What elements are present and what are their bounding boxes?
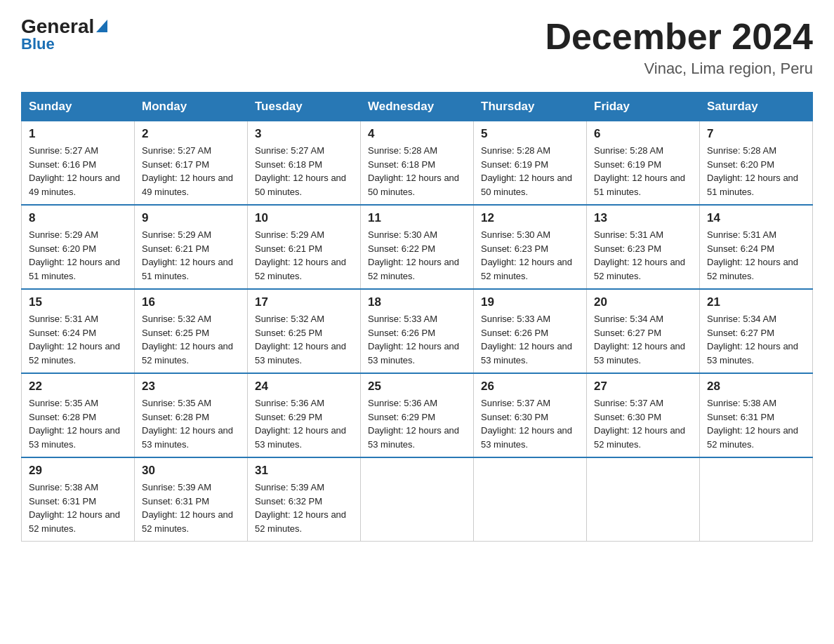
day-number: 19: [481, 295, 579, 309]
table-row: 23 Sunrise: 5:35 AMSunset: 6:28 PMDaylig…: [135, 373, 248, 457]
logo-blue: Blue: [21, 35, 55, 53]
day-number: 16: [142, 295, 240, 309]
table-row: 22 Sunrise: 5:35 AMSunset: 6:28 PMDaylig…: [22, 373, 135, 457]
day-info: Sunrise: 5:28 AMSunset: 6:19 PMDaylight:…: [481, 145, 572, 197]
table-row: 7 Sunrise: 5:28 AMSunset: 6:20 PMDayligh…: [700, 121, 813, 206]
day-info: Sunrise: 5:34 AMSunset: 6:27 PMDaylight:…: [594, 314, 685, 365]
day-info: Sunrise: 5:28 AMSunset: 6:18 PMDaylight:…: [368, 145, 459, 197]
table-row: 8 Sunrise: 5:29 AMSunset: 6:20 PMDayligh…: [22, 205, 135, 289]
table-row: 12 Sunrise: 5:30 AMSunset: 6:23 PMDaylig…: [474, 205, 587, 289]
day-info: Sunrise: 5:38 AMSunset: 6:31 PMDaylight:…: [707, 398, 798, 450]
day-number: 18: [368, 295, 466, 309]
table-row: [361, 457, 474, 542]
day-number: 20: [594, 295, 692, 309]
table-row: 6 Sunrise: 5:28 AMSunset: 6:19 PMDayligh…: [587, 121, 700, 206]
table-row: 19 Sunrise: 5:33 AMSunset: 6:26 PMDaylig…: [474, 289, 587, 373]
day-number: 27: [594, 380, 692, 394]
day-number: 22: [29, 380, 127, 394]
day-info: Sunrise: 5:37 AMSunset: 6:30 PMDaylight:…: [481, 398, 572, 450]
day-number: 4: [368, 127, 466, 141]
day-info: Sunrise: 5:31 AMSunset: 6:23 PMDaylight:…: [594, 229, 685, 281]
day-number: 3: [255, 127, 353, 141]
table-row: 21 Sunrise: 5:34 AMSunset: 6:27 PMDaylig…: [700, 289, 813, 373]
day-info: Sunrise: 5:28 AMSunset: 6:20 PMDaylight:…: [707, 145, 798, 197]
day-number: 9: [142, 211, 240, 225]
day-number: 31: [255, 464, 353, 478]
day-number: 15: [29, 295, 127, 309]
day-info: Sunrise: 5:32 AMSunset: 6:25 PMDaylight:…: [255, 314, 346, 365]
logo: General Blue: [21, 17, 107, 53]
day-info: Sunrise: 5:36 AMSunset: 6:29 PMDaylight:…: [368, 398, 459, 450]
table-row: 15 Sunrise: 5:31 AMSunset: 6:24 PMDaylig…: [22, 289, 135, 373]
header-wednesday: Wednesday: [361, 93, 474, 121]
day-info: Sunrise: 5:33 AMSunset: 6:26 PMDaylight:…: [368, 314, 459, 365]
header-sunday: Sunday: [22, 93, 135, 121]
week-row-2: 8 Sunrise: 5:29 AMSunset: 6:20 PMDayligh…: [22, 205, 813, 289]
day-info: Sunrise: 5:39 AMSunset: 6:32 PMDaylight:…: [255, 482, 346, 534]
table-row: 26 Sunrise: 5:37 AMSunset: 6:30 PMDaylig…: [474, 373, 587, 457]
header-thursday: Thursday: [474, 93, 587, 121]
day-number: 12: [481, 211, 579, 225]
table-row: 10 Sunrise: 5:29 AMSunset: 6:21 PMDaylig…: [248, 205, 361, 289]
day-info: Sunrise: 5:30 AMSunset: 6:22 PMDaylight:…: [368, 229, 459, 281]
day-info: Sunrise: 5:33 AMSunset: 6:26 PMDaylight:…: [481, 314, 572, 365]
table-row: 9 Sunrise: 5:29 AMSunset: 6:21 PMDayligh…: [135, 205, 248, 289]
day-number: 21: [707, 295, 805, 309]
day-number: 29: [29, 464, 127, 478]
header-saturday: Saturday: [700, 93, 813, 121]
table-row: 24 Sunrise: 5:36 AMSunset: 6:29 PMDaylig…: [248, 373, 361, 457]
day-number: 6: [594, 127, 692, 141]
day-info: Sunrise: 5:39 AMSunset: 6:31 PMDaylight:…: [142, 482, 233, 534]
day-number: 14: [707, 211, 805, 225]
day-info: Sunrise: 5:35 AMSunset: 6:28 PMDaylight:…: [29, 398, 120, 450]
day-number: 2: [142, 127, 240, 141]
table-row: 13 Sunrise: 5:31 AMSunset: 6:23 PMDaylig…: [587, 205, 700, 289]
table-row: 27 Sunrise: 5:37 AMSunset: 6:30 PMDaylig…: [587, 373, 700, 457]
week-row-5: 29 Sunrise: 5:38 AMSunset: 6:31 PMDaylig…: [22, 457, 813, 542]
table-row: 3 Sunrise: 5:27 AMSunset: 6:18 PMDayligh…: [248, 121, 361, 206]
day-info: Sunrise: 5:36 AMSunset: 6:29 PMDaylight:…: [255, 398, 346, 450]
day-info: Sunrise: 5:31 AMSunset: 6:24 PMDaylight:…: [29, 314, 120, 365]
header-tuesday: Tuesday: [248, 93, 361, 121]
table-row: [700, 457, 813, 542]
table-row: 29 Sunrise: 5:38 AMSunset: 6:31 PMDaylig…: [22, 457, 135, 542]
day-number: 28: [707, 380, 805, 394]
day-number: 7: [707, 127, 805, 141]
table-row: 11 Sunrise: 5:30 AMSunset: 6:22 PMDaylig…: [361, 205, 474, 289]
table-row: 16 Sunrise: 5:32 AMSunset: 6:25 PMDaylig…: [135, 289, 248, 373]
day-info: Sunrise: 5:29 AMSunset: 6:20 PMDaylight:…: [29, 229, 120, 281]
location-subtitle: Vinac, Lima region, Peru: [545, 60, 813, 78]
calendar-header-row: Sunday Monday Tuesday Wednesday Thursday…: [22, 93, 813, 121]
day-info: Sunrise: 5:29 AMSunset: 6:21 PMDaylight:…: [142, 229, 233, 281]
day-number: 10: [255, 211, 353, 225]
day-info: Sunrise: 5:35 AMSunset: 6:28 PMDaylight:…: [142, 398, 233, 450]
table-row: 28 Sunrise: 5:38 AMSunset: 6:31 PMDaylig…: [700, 373, 813, 457]
day-number: 1: [29, 127, 127, 141]
logo-triangle-icon: [96, 20, 107, 32]
day-info: Sunrise: 5:27 AMSunset: 6:18 PMDaylight:…: [255, 145, 346, 197]
table-row: 20 Sunrise: 5:34 AMSunset: 6:27 PMDaylig…: [587, 289, 700, 373]
header-friday: Friday: [587, 93, 700, 121]
day-number: 11: [368, 211, 466, 225]
table-row: 31 Sunrise: 5:39 AMSunset: 6:32 PMDaylig…: [248, 457, 361, 542]
table-row: 5 Sunrise: 5:28 AMSunset: 6:19 PMDayligh…: [474, 121, 587, 206]
table-row: 17 Sunrise: 5:32 AMSunset: 6:25 PMDaylig…: [248, 289, 361, 373]
header-monday: Monday: [135, 93, 248, 121]
day-number: 13: [594, 211, 692, 225]
table-row: 25 Sunrise: 5:36 AMSunset: 6:29 PMDaylig…: [361, 373, 474, 457]
table-row: 1 Sunrise: 5:27 AMSunset: 6:16 PMDayligh…: [22, 121, 135, 206]
week-row-4: 22 Sunrise: 5:35 AMSunset: 6:28 PMDaylig…: [22, 373, 813, 457]
day-number: 30: [142, 464, 240, 478]
table-row: [587, 457, 700, 542]
day-info: Sunrise: 5:37 AMSunset: 6:30 PMDaylight:…: [594, 398, 685, 450]
day-info: Sunrise: 5:27 AMSunset: 6:16 PMDaylight:…: [29, 145, 120, 197]
week-row-3: 15 Sunrise: 5:31 AMSunset: 6:24 PMDaylig…: [22, 289, 813, 373]
day-info: Sunrise: 5:29 AMSunset: 6:21 PMDaylight:…: [255, 229, 346, 281]
day-info: Sunrise: 5:28 AMSunset: 6:19 PMDaylight:…: [594, 145, 685, 197]
day-info: Sunrise: 5:30 AMSunset: 6:23 PMDaylight:…: [481, 229, 572, 281]
day-number: 17: [255, 295, 353, 309]
day-info: Sunrise: 5:38 AMSunset: 6:31 PMDaylight:…: [29, 482, 120, 534]
page-header: General Blue December 2024 Vinac, Lima r…: [21, 17, 813, 78]
table-row: 4 Sunrise: 5:28 AMSunset: 6:18 PMDayligh…: [361, 121, 474, 206]
day-number: 23: [142, 380, 240, 394]
